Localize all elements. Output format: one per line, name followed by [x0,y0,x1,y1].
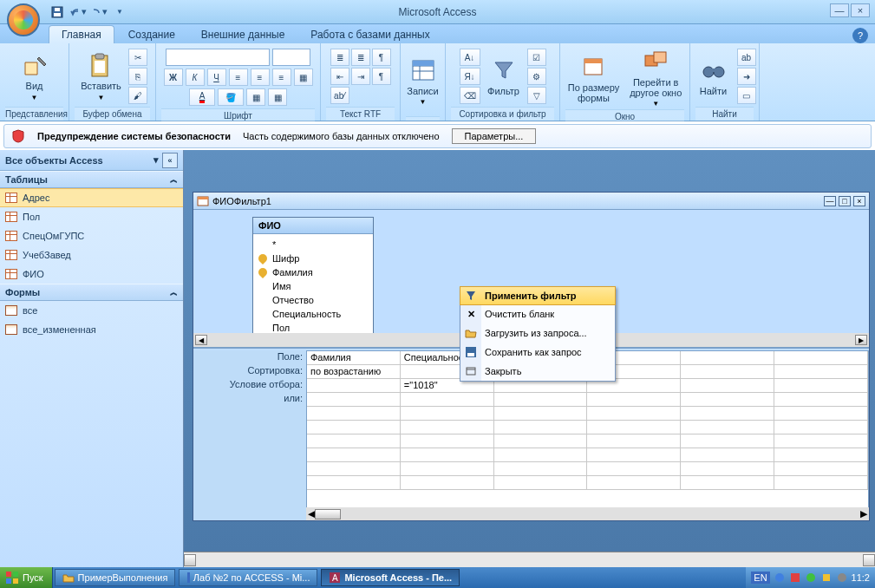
scroll-thumb[interactable] [315,509,341,519]
clock[interactable]: 11:2 [852,572,870,583]
field-item[interactable]: Отчество [255,293,371,307]
font-family-select[interactable] [166,49,270,66]
alt-fill-icon[interactable]: ▦ [268,88,287,106]
scroll-left-icon[interactable]: ◀ [308,508,315,519]
ctx-close[interactable]: Закрыть [460,362,615,381]
underline-button[interactable]: Ч [207,69,226,86]
tab-dbtools[interactable]: Работа с базами данных [298,26,441,43]
help-icon[interactable]: ? [852,28,868,43]
redo-icon[interactable]: ▾ [90,3,108,21]
rtl-icon[interactable]: ¶ [372,68,391,85]
tray-icon[interactable] [820,572,833,584]
nav-collapse-button[interactable]: « [162,153,178,168]
fill-color-icon[interactable]: 🪣 [218,88,244,106]
italic-button[interactable]: К [186,69,205,86]
view-button[interactable]: Вид ▼ [15,49,55,102]
taskbar-item[interactable]: ПримерВыполнения [55,569,176,586]
tab-home[interactable]: Главная [49,25,114,43]
font-size-select[interactable] [272,49,310,66]
replace-icon[interactable]: ab [737,49,756,66]
language-indicator[interactable]: EN [751,572,769,584]
nav-category-tables[interactable]: Таблицы︽ [0,171,183,188]
gridlines2-icon[interactable]: ▦ [246,88,265,106]
minimize-button[interactable]: — [830,3,849,17]
nav-item-table[interactable]: ФИО [0,265,183,284]
field-list[interactable]: ФИО * Шифр Фамилия Имя Отчество Специаль… [252,217,374,339]
format-painter-icon[interactable]: 🖌 [128,87,147,104]
tab-create[interactable]: Создание [116,26,187,43]
office-button[interactable] [7,3,40,36]
ctx-load-from-query[interactable]: Загрузить из запроса... [460,323,615,343]
field-item[interactable]: * [255,238,371,252]
copy-icon[interactable]: ⎘ [128,68,147,85]
mdi-h-scrollbar[interactable] [184,552,875,567]
nav-item-table[interactable]: СпецОмГУПС [0,226,183,245]
field-item[interactable]: Фамилия [255,265,371,279]
selection-filter-icon[interactable]: ☑ [527,49,546,66]
tray-icon[interactable] [805,572,817,584]
numbering-icon[interactable]: ≣ [351,49,370,66]
field-item[interactable]: Имя [255,279,371,293]
taskbar-item[interactable]: W Лаб №2 по ACCESS - Mi... [179,569,317,586]
scroll-right-icon[interactable] [863,554,875,566]
clear-sort-icon[interactable]: ⌫ [460,87,480,104]
bold-button[interactable]: Ж [164,69,183,86]
switch-window-button[interactable]: Перейти в другое окно ▼ [626,46,685,109]
nav-pane-header[interactable]: Все объекты Access ▾ « [0,150,183,171]
ctx-save-as-query[interactable]: Сохранить как запрос [460,343,615,362]
select-icon[interactable]: ▭ [737,87,756,104]
nav-item-form[interactable]: все [0,301,183,320]
filter-window-titlebar[interactable]: ФИОФильтр1 — □ × [193,193,869,210]
tray-icon[interactable] [789,572,801,584]
scroll-left-icon[interactable]: ◀ [195,335,207,345]
nav-item-table[interactable]: УчебЗавед [0,245,183,265]
mdi-minimize-button[interactable]: — [824,196,836,206]
toggle-filter-icon[interactable]: ▽ [527,87,546,104]
indent-dec-icon[interactable]: ⇤ [330,68,349,85]
chevron-down-icon: ▾ [153,154,159,166]
scroll-left-icon[interactable] [184,554,196,566]
mdi-close-button[interactable]: × [853,196,865,206]
scroll-right-icon[interactable]: ▶ [855,335,867,345]
align-center-icon[interactable]: ≡ [251,69,270,86]
start-button[interactable]: Пуск [0,567,53,588]
h-scrollbar[interactable]: ◀ ▶ [306,507,869,520]
nav-item-form[interactable]: все_измененная [0,320,183,339]
taskbar-item[interactable]: A Microsoft Access - Пе... [321,569,460,586]
nav-item-table[interactable]: Пол [0,207,183,226]
advanced-filter-icon[interactable]: ⚙ [527,68,546,85]
undo-icon[interactable]: ▾ [69,3,87,21]
ctx-apply-filter[interactable]: Применить фильтр [460,286,616,305]
fit-form-button[interactable]: По размеру формы [565,51,623,105]
sort-desc-icon[interactable]: Я↓ [460,68,480,85]
qat-dropdown-icon[interactable]: ▼ [111,3,128,21]
nav-item-table[interactable]: Адрес [0,188,183,207]
tab-external[interactable]: Внешние данные [189,26,297,43]
highlight-icon[interactable]: ab⁄ [330,87,349,104]
tray-icon[interactable] [836,572,848,584]
mdi-maximize-button[interactable]: □ [839,196,851,206]
security-options-button[interactable]: Параметры... [452,128,537,144]
records-button[interactable]: Записи ▼ [403,55,443,108]
align-left-icon[interactable]: ≡ [229,69,248,86]
sort-asc-icon[interactable]: A↓ [460,49,480,66]
bullets-icon[interactable]: ≣ [330,49,349,66]
indent-inc-icon[interactable]: ⇥ [351,68,370,85]
ctx-clear-grid[interactable]: ✕ Очистить бланк [460,304,615,323]
paste-button[interactable]: Вставить ▼ [77,49,125,102]
gridlines-icon[interactable]: ▦ [294,69,313,86]
field-item[interactable]: Специальность [255,307,371,321]
font-color-icon[interactable]: A [189,88,215,106]
cut-icon[interactable]: ✂ [128,49,147,66]
save-icon[interactable] [49,3,66,21]
close-button[interactable]: × [851,3,870,17]
find-button[interactable]: Найти [694,55,734,98]
filter-button[interactable]: Фильтр [484,55,524,98]
goto-icon[interactable]: ➜ [737,68,756,85]
align-right-icon[interactable]: ≡ [272,69,291,86]
tray-icon[interactable] [774,572,786,584]
ltr-icon[interactable]: ¶ [372,49,391,66]
nav-category-forms[interactable]: Формы︽ [0,284,183,301]
field-item[interactable]: Шифр [255,252,371,265]
scroll-right-icon[interactable]: ▶ [860,508,867,519]
